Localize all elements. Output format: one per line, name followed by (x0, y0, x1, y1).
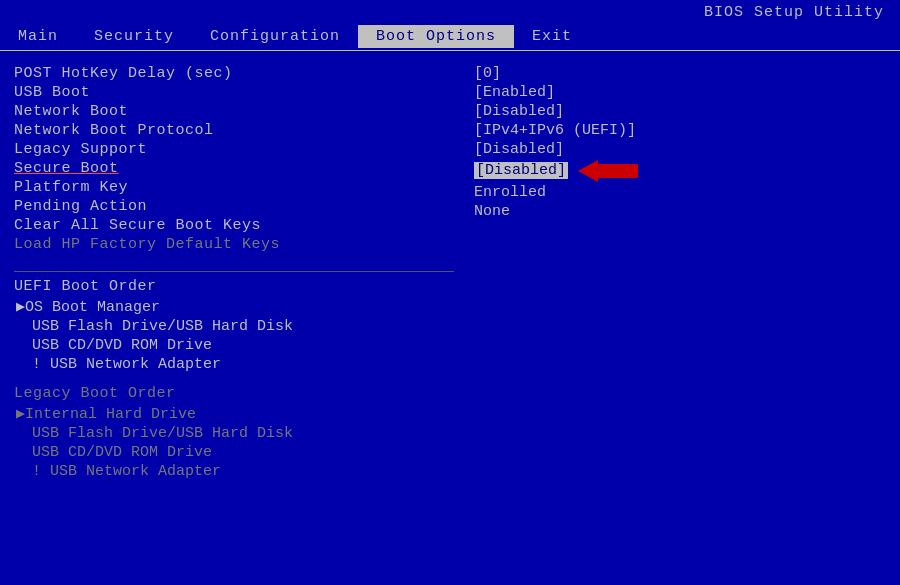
label-legacy-support: Legacy Support (14, 141, 147, 158)
menu-security[interactable]: Security (76, 25, 192, 48)
legacy-boot-order-title: Legacy Boot Order (14, 385, 454, 402)
bios-title: BIOS Setup Utility (704, 4, 884, 21)
legacy-item-3: ! USB Network Adapter (14, 463, 454, 480)
left-column: POST HotKey Delay (sec) USB Boot Network… (14, 65, 454, 482)
row-network-boot-protocol[interactable]: Network Boot Protocol (14, 122, 454, 139)
label-platform-key: Platform Key (14, 179, 128, 196)
label-pending-action: Pending Action (14, 198, 147, 215)
row-network-boot[interactable]: Network Boot (14, 103, 454, 120)
label-clear-secure-boot: Clear All Secure Boot Keys (14, 217, 261, 234)
svg-marker-0 (578, 160, 638, 182)
label-secure-boot: Secure Boot (14, 160, 119, 177)
legacy-item-2: USB CD/DVD ROM Drive (14, 444, 454, 461)
label-usb-boot: USB Boot (14, 84, 90, 101)
label-network-boot: Network Boot (14, 103, 128, 120)
value-usb-boot: [Enabled] (474, 84, 886, 101)
row-legacy-support[interactable]: Legacy Support (14, 141, 454, 158)
row-post-hotkey[interactable]: POST HotKey Delay (sec) (14, 65, 454, 82)
divider-1 (14, 271, 454, 272)
row-secure-boot[interactable]: Secure Boot (14, 160, 454, 177)
value-network-boot: [Disabled] (474, 103, 886, 120)
value-post-hotkey: [0] (474, 65, 886, 82)
menu-main[interactable]: Main (0, 25, 76, 48)
title-bar: BIOS Setup Utility (0, 0, 900, 23)
row-usb-boot[interactable]: USB Boot (14, 84, 454, 101)
uefi-boot-order-title: UEFI Boot Order (14, 278, 454, 295)
row-clear-secure-boot[interactable]: Clear All Secure Boot Keys (14, 217, 454, 234)
red-arrow-icon (578, 160, 638, 182)
menu-bar: Main Security Configuration Boot Options… (0, 23, 900, 51)
right-column: [0] [Enabled] [Disabled] [IPv4+IPv6 (UEF… (454, 65, 886, 482)
row-pending-action[interactable]: Pending Action (14, 198, 454, 215)
label-load-hp-factory: Load HP Factory Default Keys (14, 236, 280, 253)
menu-boot-options[interactable]: Boot Options (358, 25, 514, 48)
value-pending-action: None (474, 203, 886, 220)
label-post-hotkey: POST HotKey Delay (sec) (14, 65, 233, 82)
legacy-item-0: ▶Internal Hard Drive (14, 404, 454, 423)
uefi-item-0[interactable]: ▶OS Boot Manager (14, 297, 454, 316)
value-legacy-support: [Disabled] (474, 141, 886, 158)
secure-boot-row: [Disabled] (474, 160, 886, 182)
main-content: POST HotKey Delay (sec) USB Boot Network… (0, 55, 900, 482)
legacy-item-1: USB Flash Drive/USB Hard Disk (14, 425, 454, 442)
uefi-item-1[interactable]: USB Flash Drive/USB Hard Disk (14, 318, 454, 335)
uefi-item-2[interactable]: USB CD/DVD ROM Drive (14, 337, 454, 354)
row-platform-key[interactable]: Platform Key (14, 179, 454, 196)
value-network-boot-protocol: [IPv4+IPv6 (UEFI)] (474, 122, 886, 139)
menu-exit[interactable]: Exit (514, 25, 590, 48)
value-secure-boot: [Disabled] (474, 162, 568, 179)
value-platform-key: Enrolled (474, 184, 886, 201)
label-network-boot-protocol: Network Boot Protocol (14, 122, 214, 139)
uefi-item-3[interactable]: ! USB Network Adapter (14, 356, 454, 373)
row-load-hp-factory: Load HP Factory Default Keys (14, 236, 454, 253)
menu-configuration[interactable]: Configuration (192, 25, 358, 48)
